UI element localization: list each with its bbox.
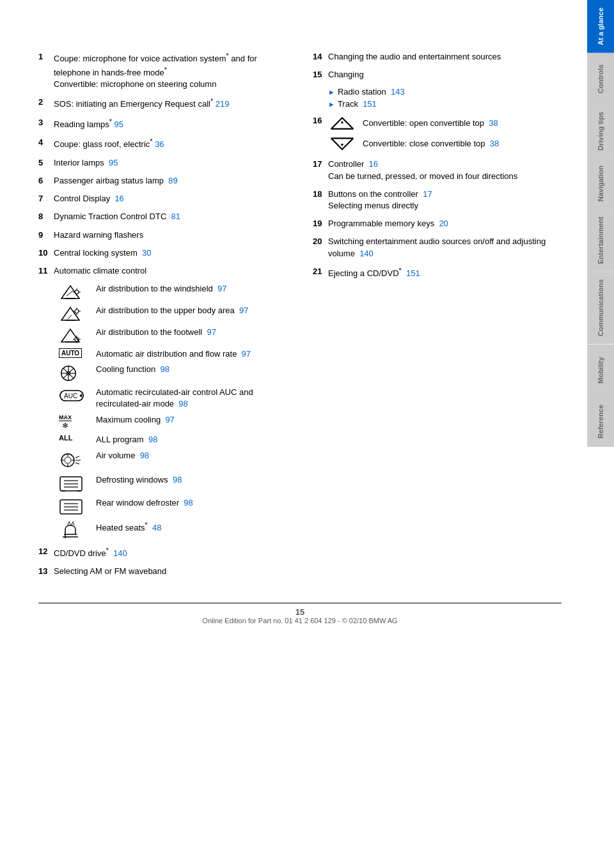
subitem-max: MAX ❄ Maximum cooling 97: [54, 414, 287, 431]
list-item: 7 Control Display 16: [38, 193, 287, 205]
page-link[interactable]: 30: [142, 248, 151, 258]
sidebar-tab-entertainment[interactable]: Entertainment: [587, 209, 614, 272]
item-content: Changing: [328, 69, 562, 81]
svg-point-10: [75, 309, 79, 313]
list-item: 15 Changing: [313, 69, 562, 81]
subitem-text: Air distribution to the upper body area …: [96, 305, 287, 316]
list-item: 14 Changing the audio and entertainment …: [313, 51, 562, 63]
page-link[interactable]: 17: [423, 189, 432, 199]
item-content: Hazard warning flashers: [54, 229, 287, 241]
svg-text:AUC: AUC: [64, 392, 77, 399]
item-content: Controller 16 Can be turned, pressed, or…: [328, 159, 562, 182]
page-link[interactable]: 36: [155, 140, 164, 150]
page-link[interactable]: 98: [148, 435, 157, 444]
subitem-track: ► Track 151: [328, 99, 562, 109]
page-link[interactable]: 38: [489, 118, 498, 128]
item-number: 20: [313, 236, 328, 259]
item-number: 8: [38, 211, 54, 222]
page-link[interactable]: 140: [113, 548, 127, 558]
subitem-reardefrost: Rear window defroster 98: [54, 497, 287, 516]
page-link[interactable]: 48: [152, 523, 161, 532]
item-content: Reading lamps* 95: [54, 117, 287, 131]
svg-point-32: [65, 457, 71, 463]
page-link[interactable]: 140: [359, 249, 374, 258]
max-icon: MAX ❄: [59, 414, 91, 431]
item-content: Selecting AM or FM waveband: [54, 566, 287, 577]
list-item: 20 Switching entertainment audio sources…: [313, 236, 562, 259]
subitem-text: Track 151: [338, 99, 377, 109]
item-number: 18: [313, 189, 328, 212]
heated-icon: [59, 520, 91, 541]
page-link[interactable]: 97: [239, 306, 248, 315]
subitem-text: Automatic air distribution and flow rate…: [96, 348, 287, 360]
page-link[interactable]: 151: [363, 99, 377, 109]
list-item: 3 Reading lamps* 95: [38, 117, 287, 131]
list-item: 1 Coupe: microphone for voice activation…: [38, 51, 287, 90]
sidebar-tab-driving-tips[interactable]: Driving tips: [587, 104, 614, 159]
page-number: 15: [38, 607, 562, 617]
item-content: Ejecting a CD/DVD* 151: [328, 266, 562, 280]
item-number: 15: [313, 69, 328, 81]
page-link[interactable]: 151: [406, 268, 420, 278]
cooling-icon: [59, 364, 91, 383]
page-link[interactable]: 81: [171, 212, 180, 221]
sidebar-tab-controls[interactable]: Controls: [587, 53, 614, 104]
item-content: Passenger airbag status lamp 89: [54, 175, 287, 187]
all-icon: ALL: [59, 434, 91, 442]
page-link[interactable]: 38: [490, 139, 499, 148]
page-link[interactable]: 219: [216, 100, 230, 109]
list-item: 12 CD/DVD drive* 140: [38, 546, 287, 560]
svg-marker-48: [341, 144, 343, 146]
page-link[interactable]: 95: [109, 158, 118, 167]
page-link[interactable]: 97: [165, 415, 174, 424]
sidebar-tab-reference[interactable]: Reference: [587, 396, 614, 447]
page-link[interactable]: 89: [168, 176, 177, 185]
item-number: 7: [38, 193, 54, 205]
page-link[interactable]: 98: [160, 364, 169, 374]
subitem-text: Automatic recirculated-air control AUC a…: [96, 387, 287, 410]
main-content: 1 Coupe: microphone for voice activation…: [0, 0, 587, 868]
page-link[interactable]: 98: [140, 451, 149, 460]
footwell-icon: [59, 327, 91, 345]
page-link[interactable]: 16: [369, 159, 378, 169]
page-link[interactable]: 20: [439, 219, 448, 228]
item-number: 21: [313, 266, 328, 280]
item-content: Automatic climate control: [54, 265, 287, 277]
list-item: 11 Automatic climate control: [38, 265, 287, 277]
subitem-text: Cooling function 98: [96, 364, 287, 375]
triangle-icon: ►: [328, 88, 335, 96]
subitem-defrost: Defrosting windows 98: [54, 474, 287, 493]
list-item: 4 Coupe: glass roof, electric* 36: [38, 137, 287, 151]
page-link[interactable]: 143: [391, 87, 405, 97]
subitem-windshield: Air distribution to the windshield 97: [54, 283, 287, 301]
page-link[interactable]: 97: [207, 327, 216, 337]
subitem-text: Maximum cooling 97: [96, 414, 287, 426]
page-link[interactable]: 95: [114, 120, 123, 129]
page-link[interactable]: 98: [184, 498, 193, 508]
auto-icon: AUTO: [59, 348, 91, 358]
list-item: 13 Selecting AM or FM waveband: [38, 566, 287, 577]
page-link[interactable]: 98: [178, 399, 187, 408]
page-link[interactable]: 97: [217, 284, 226, 293]
sidebar-tab-at-a-glance[interactable]: At a glance: [587, 0, 614, 53]
item-content: Interior lamps 95: [54, 157, 287, 169]
sidebar-tab-mobility[interactable]: Mobility: [587, 345, 614, 396]
item-content: Coupe: glass roof, electric* 36: [54, 137, 287, 151]
list-item: 19 Programmable memory keys 20: [313, 218, 562, 229]
svg-line-15: [68, 315, 72, 319]
subitem-text: Rear window defroster 98: [96, 497, 287, 509]
item-content: Changing the audio and entertainment sou…: [328, 51, 562, 63]
page-link[interactable]: 98: [173, 475, 182, 484]
subitem-airvolume: Air volume 98: [54, 450, 287, 470]
svg-marker-0: [61, 286, 79, 298]
sidebar-tab-communications[interactable]: Communications: [587, 272, 614, 344]
sidebar-tab-navigation[interactable]: Navigation: [587, 158, 614, 209]
item-number: 9: [38, 229, 54, 241]
page-link[interactable]: 97: [242, 349, 251, 359]
page-link[interactable]: 16: [114, 194, 123, 203]
page-footer: 15 Online Edition for Part no. 01 41 2 6…: [38, 603, 562, 624]
item-number: 17: [313, 159, 328, 182]
list-item: 10 Central locking system 30: [38, 247, 287, 259]
subitem-text: Defrosting windows 98: [96, 474, 287, 486]
all-label: ALL: [59, 434, 72, 442]
